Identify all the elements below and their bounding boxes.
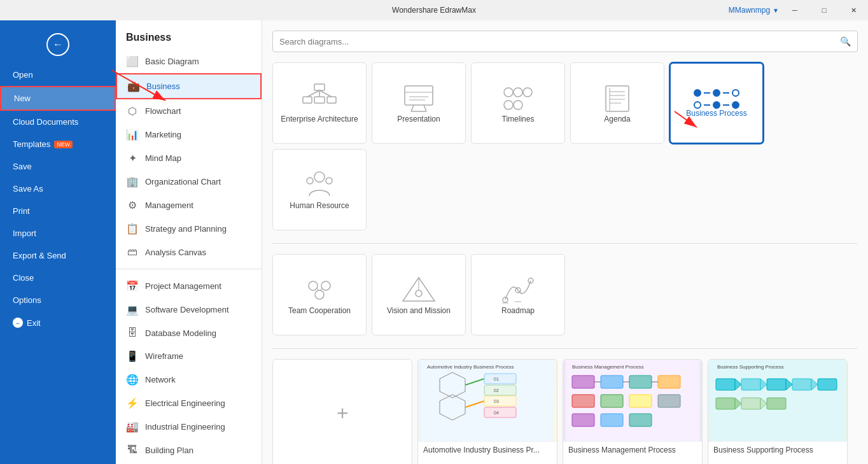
template-vision-mission[interactable]: Vision and Mission [372,254,466,335]
svg-point-16 [523,88,532,97]
svg-rect-52 [484,407,516,418]
exit-icon: – [13,318,23,328]
svg-rect-59 [629,376,652,388]
sidebar-item-templates[interactable]: Templates NEW [0,133,116,155]
search-icon[interactable]: 🔍 [840,36,851,46]
template-team-cooperation[interactable]: Team Cooperation [272,254,367,335]
new-template-card[interactable]: + [272,359,412,464]
template-biz-supporting[interactable]: Business Supporting Process [708,359,848,464]
nav-management[interactable]: ⚙ Management [116,193,262,217]
template-presentation[interactable]: Presentation [372,62,466,144]
back-button[interactable]: ← [46,33,69,56]
svg-rect-73 [716,379,735,390]
svg-rect-47 [484,374,516,384]
minimize-button[interactable]: ─ [780,0,809,20]
biz-supporting-thumbnail: Business Supporting Process [711,360,844,441]
svg-point-31 [321,281,330,290]
nav-project[interactable]: 📅 Project Management [116,274,262,298]
svg-rect-79 [792,379,811,390]
nav-basic-diagram[interactable]: ⬜ Basic Diagram [116,50,262,73]
nav-mindmap[interactable]: ✦ Mind Map [116,146,262,170]
sidebar-item-cloud[interactable]: Cloud Documents [0,111,116,133]
roadmap-label: Roadmap [501,306,535,315]
nav-orgchart[interactable]: 🏢 Organizational Chart [116,170,262,193]
template-biz-management[interactable]: Business Management Process [563,359,703,464]
nav-wireframe[interactable]: 📱 Wireframe [116,344,262,368]
template-roadmap[interactable]: Roadmap [471,254,565,335]
nav-network[interactable]: 🌐 Network [116,368,262,391]
template-automotive[interactable]: Automotive Industry Business Process 01 … [417,359,557,464]
nav-marketing[interactable]: 📊 Marketing [116,123,262,146]
nav-business[interactable]: 💼 Business [116,73,262,99]
business-process-icon [694,89,739,109]
app-title: Wondershare EdrawMax [392,6,476,15]
main-content: 🔍 Enterprise Architecture [262,20,868,464]
nav-building[interactable]: 🏗 Building Plan [116,439,262,461]
mindmap-icon: ✦ [126,152,139,164]
template-section-row2: Team Cooperation Vision and Mission [272,254,858,335]
nav-industrial[interactable]: 🏭 Industrial Engineering [116,415,262,439]
svg-rect-7 [405,86,433,105]
nav-database[interactable]: 🗄 Database Modeling [116,321,262,344]
network-icon: 🌐 [126,374,139,386]
svg-point-29 [326,178,332,184]
database-icon: 🗄 [126,327,139,339]
user-dropdown-icon[interactable]: ▼ [773,7,779,14]
sidebar-item-print[interactable]: Print [0,200,116,222]
close-button[interactable]: ✕ [839,0,868,20]
sidebar-item-import[interactable]: Import [0,222,116,244]
template-section-row1: Enterprise Architecture Presentation [272,62,858,230]
nav-separator [116,269,262,269]
svg-rect-66 [629,395,652,407]
back-button-container: ← [0,25,116,64]
template-human-resource[interactable]: Human Resource [272,149,367,230]
building-icon: 🏗 [126,444,139,456]
svg-point-18 [514,101,522,109]
sidebar-item-open[interactable]: Open [0,64,116,86]
svg-rect-3 [327,97,336,103]
nav-analysis[interactable]: 🗃 Analysis Canvas [116,241,262,264]
svg-rect-48 [484,396,516,406]
template-enterprise-architecture[interactable]: Enterprise Architecture [272,62,367,144]
management-icon: ⚙ [126,199,139,211]
nav-flowchart[interactable]: ⬡ Flowchart [116,99,262,123]
sidebar-item-save[interactable]: Save [0,155,116,178]
sidebar-item-options[interactable]: Options [0,289,116,311]
nav-electrical[interactable]: ⚡ Electrical Engineering [116,391,262,415]
orgchart-icon: 🏢 [126,176,139,188]
presentation-icon [400,83,438,115]
template-timelines[interactable]: Timelines [471,62,565,144]
analysis-icon: 🗃 [126,246,139,258]
electrical-icon: ⚡ [126,397,139,409]
svg-text:03: 03 [494,399,499,404]
team-cooperation-label: Team Cooperation [288,306,351,315]
human-resource-icon [300,169,339,201]
section-title: Business [116,20,262,50]
search-input[interactable] [279,37,840,46]
svg-rect-68 [572,414,594,426]
basic-diagram-icon: ⬜ [126,55,139,67]
new-badge: NEW [54,141,73,148]
svg-rect-77 [767,379,786,390]
sidebar: ← Open New Cloud Documents Templates NEW… [0,20,116,464]
svg-rect-0 [314,84,325,90]
svg-rect-69 [601,414,623,426]
enterprise-architecture-label: Enterprise Architecture [281,115,358,123]
nav-strategy[interactable]: 📋 Strategy and Planning [116,217,262,241]
sidebar-item-saveas[interactable]: Save As [0,178,116,200]
template-business-process[interactable]: Business Process [669,62,764,144]
sidebar-item-new[interactable]: New [0,86,116,111]
maximize-button[interactable]: □ [809,0,839,20]
svg-point-28 [307,178,313,184]
user-info: MMawnmpg ▼ [729,0,779,20]
template-grid-row2: Team Cooperation Vision and Mission [272,254,858,335]
template-agenda[interactable]: Agenda [570,62,664,144]
sidebar-item-exit[interactable]: – Exit [0,311,116,334]
nav-software[interactable]: 💻 Software Development [116,298,262,321]
svg-text:02: 02 [494,388,499,393]
sidebar-item-export[interactable]: Export & Send [0,244,116,267]
svg-rect-75 [741,379,760,390]
svg-text:Business Management Process: Business Management Process [572,364,644,370]
sidebar-item-close[interactable]: Close [0,267,116,289]
section-divider-2 [272,348,858,349]
